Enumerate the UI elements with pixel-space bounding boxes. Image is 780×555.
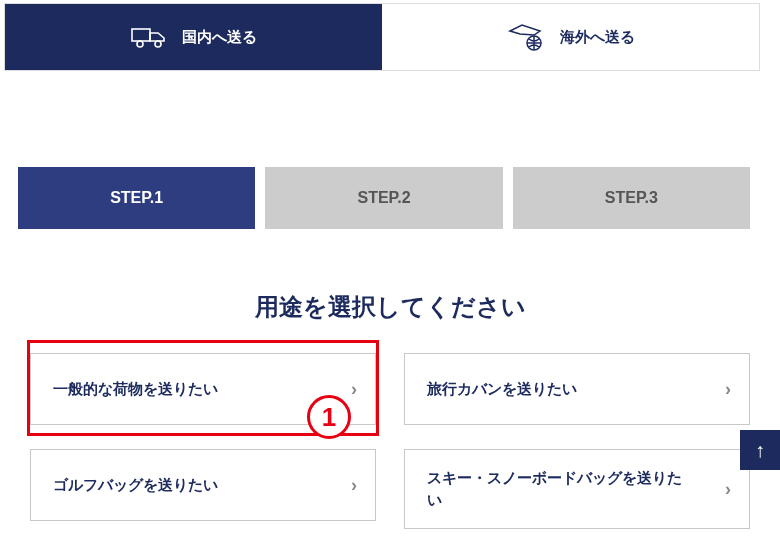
chevron-right-icon: ›: [725, 379, 731, 400]
step-3: STEP.3: [513, 167, 750, 229]
step-1: STEP.1: [18, 167, 255, 229]
option-label: 旅行カバンを送りたい: [427, 378, 577, 401]
chevron-right-icon: ›: [725, 479, 731, 500]
chevron-right-icon: ›: [351, 379, 357, 400]
svg-point-1: [137, 41, 143, 47]
option-label: 一般的な荷物を送りたい: [53, 378, 218, 401]
step-progress: STEP.1 STEP.2 STEP.3: [18, 167, 760, 229]
purpose-options: 一般的な荷物を送りたい › 旅行カバンを送りたい › ゴルフバッグを送りたい ›…: [30, 353, 750, 529]
option-golf-bag[interactable]: ゴルフバッグを送りたい ›: [30, 449, 376, 521]
tab-domestic-label: 国内へ送る: [182, 28, 257, 47]
step-2: STEP.2: [265, 167, 502, 229]
option-label: ゴルフバッグを送りたい: [53, 474, 218, 497]
tab-international-label: 海外へ送る: [560, 28, 635, 47]
step-3-label: STEP.3: [605, 189, 658, 207]
option-travel-bag[interactable]: 旅行カバンを送りたい ›: [404, 353, 750, 425]
svg-point-2: [155, 41, 161, 47]
step-1-label: STEP.1: [110, 189, 163, 207]
plane-globe-icon: [506, 21, 548, 53]
svg-rect-0: [132, 29, 150, 41]
option-ski-snowboard-bag[interactable]: スキー・スノーボードバッグを送りたい ›: [404, 449, 750, 529]
option-label: スキー・スノーボードバッグを送りたい: [427, 467, 687, 512]
option-general-package[interactable]: 一般的な荷物を送りたい ›: [30, 353, 376, 425]
tab-domestic[interactable]: 国内へ送る: [5, 4, 382, 70]
chevron-right-icon: ›: [351, 475, 357, 496]
scroll-to-top-button[interactable]: ↑: [740, 430, 780, 470]
arrow-up-icon: ↑: [755, 439, 765, 462]
step-2-label: STEP.2: [357, 189, 410, 207]
truck-icon: [130, 23, 170, 51]
page-heading: 用途を選択してください: [0, 291, 780, 323]
shipping-destination-tabs: 国内へ送る 海外へ送る: [4, 3, 760, 71]
tab-international[interactable]: 海外へ送る: [382, 4, 759, 70]
